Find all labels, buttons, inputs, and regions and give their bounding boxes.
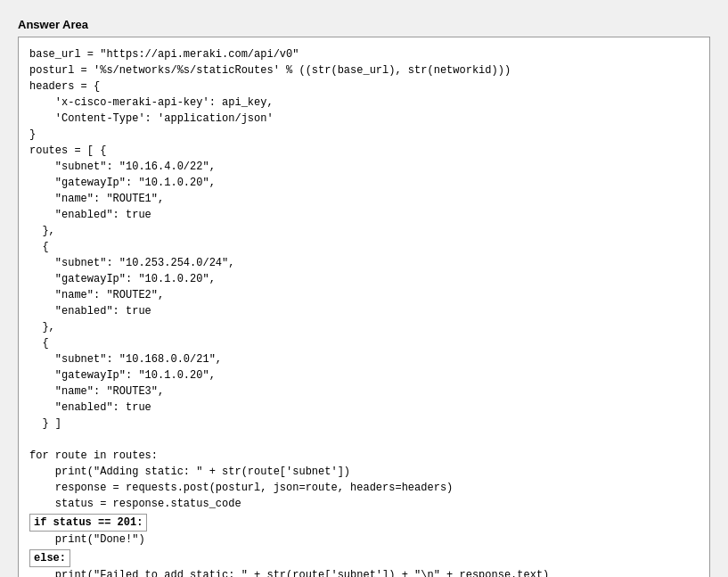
page-container: Answer Area base_url = "https://api.mera…	[18, 18, 710, 577]
code-after-else: print("Failed to add static: " + str(rou…	[29, 567, 699, 577]
highlighted-else-line: else:	[29, 549, 699, 567]
code-block-main: base_url = "https://api.meraki.com/api/v…	[29, 46, 699, 512]
else-highlight: else:	[29, 549, 70, 567]
answer-area-label: Answer Area	[18, 18, 710, 31]
highlighted-if-line: if status == 201:	[29, 514, 699, 532]
answer-box: base_url = "https://api.meraki.com/api/v…	[18, 37, 710, 577]
if-status-201-highlight: if status == 201:	[29, 514, 147, 532]
code-after-if: print("Done!")	[29, 532, 699, 548]
